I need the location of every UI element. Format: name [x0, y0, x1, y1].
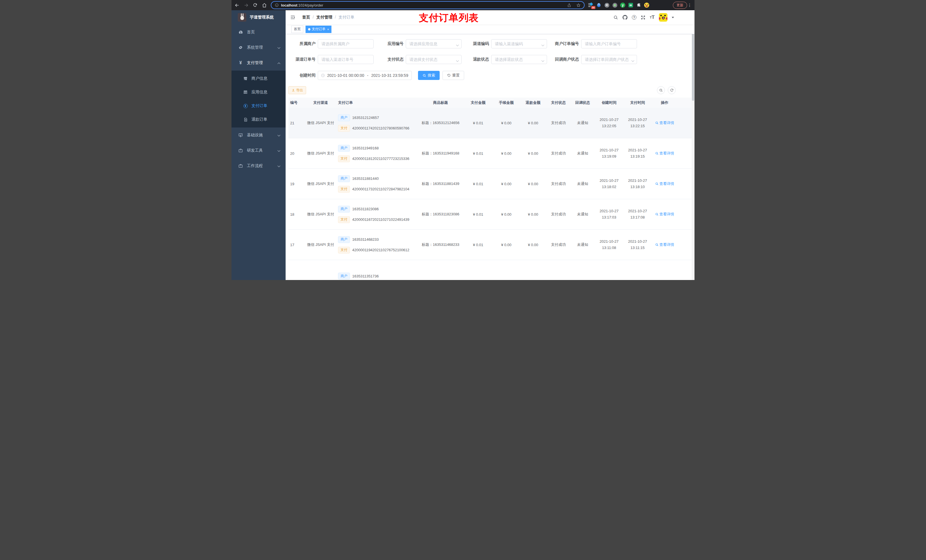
- merchant-order-no: 1635311468233: [352, 237, 379, 242]
- filter-channel-code: 渠道编码: [463, 39, 547, 48]
- search-button[interactable]: 搜索: [418, 71, 440, 80]
- notify-status-select[interactable]: [581, 55, 637, 64]
- sidebar-item-merchant-info[interactable]: 商户信息: [232, 72, 286, 85]
- pay-status-select[interactable]: [406, 55, 461, 64]
- pay-tag: 支付: [338, 125, 350, 132]
- scrollbar[interactable]: [691, 10, 694, 280]
- table-toolbar: 导出: [289, 86, 691, 94]
- address-bar[interactable]: localhost:1024/pay/order: [271, 1, 585, 9]
- merchant-order-no: 1635311881440: [352, 177, 379, 181]
- sidebar-item-app-info[interactable]: 应用信息: [232, 85, 286, 99]
- back-icon[interactable]: [233, 2, 241, 9]
- font-size-icon[interactable]: TT: [650, 15, 655, 20]
- channel-order-no-input[interactable]: [318, 55, 374, 64]
- extension-yudao-icon[interactable]: y: [620, 3, 625, 8]
- view-detail-link[interactable]: 查看详情: [655, 120, 674, 125]
- app-title: 芋道管理系统: [250, 15, 274, 20]
- github-icon[interactable]: [622, 15, 628, 20]
- sidebar-item-label: 应用信息: [251, 90, 267, 95]
- sidebar-item-label: 首页: [247, 30, 255, 35]
- tab-pay-order[interactable]: 支付订单 ×: [306, 26, 331, 33]
- forward-icon[interactable]: [242, 2, 250, 9]
- help-icon[interactable]: ?: [632, 15, 636, 20]
- sidebar-item-payment[interactable]: ¥ 支付管理: [232, 55, 286, 71]
- bookmark-star-icon[interactable]: [576, 3, 581, 8]
- breadcrumb-current: 支付订单: [339, 15, 354, 20]
- tab-close-icon[interactable]: ×: [327, 27, 329, 31]
- app-logo[interactable]: 芋道管理系统: [232, 10, 286, 24]
- reload-icon[interactable]: [251, 2, 259, 9]
- app-no-select[interactable]: [406, 39, 461, 48]
- filter-app-no: 应用编号: [374, 39, 461, 48]
- extension-chat-icon[interactable]: [628, 3, 633, 8]
- merchant-order-no-input[interactable]: [581, 39, 637, 48]
- browser-chrome: localhost:1024/pay/order 10 ⌘ y: [232, 0, 694, 10]
- site-info-icon[interactable]: [275, 3, 279, 7]
- search-icon[interactable]: [613, 15, 618, 20]
- gear-icon: [237, 45, 244, 50]
- sidebar-item-label: 支付管理: [247, 60, 263, 65]
- filter-row-3: 创建时间 2021-10-01 00:00:00 - 2021-10-31 23…: [289, 71, 691, 80]
- briefcase-icon: [237, 164, 244, 168]
- extension-boards-icon[interactable]: 10: [588, 3, 593, 8]
- browser-extensions: 10 ⌘ y: [588, 0, 649, 10]
- sidebar-item-infrastructure[interactable]: 基础设施: [232, 127, 286, 143]
- view-detail-link[interactable]: 查看详情: [655, 242, 674, 247]
- sidebar-item-refund-order[interactable]: 退款订单: [232, 113, 286, 126]
- merchant-tag: 商户: [338, 115, 350, 121]
- view-detail-link[interactable]: 查看详情: [655, 151, 674, 156]
- chevron-down-icon: [277, 133, 280, 137]
- sidebar-item-dev-tools[interactable]: 研发工具: [232, 143, 286, 158]
- dashboard-icon: [237, 30, 244, 35]
- extension-command-icon[interactable]: ⌘: [604, 3, 609, 8]
- shop-icon: [242, 76, 248, 81]
- breadcrumb-home[interactable]: 首页: [302, 15, 310, 20]
- sidebar-item-workflow[interactable]: 工作流程: [232, 158, 286, 174]
- create-time-range-picker[interactable]: 2021-10-01 00:00:00 - 2021-10-31 23:59:5…: [318, 71, 412, 80]
- filter-merchant-order-no: 商户订单编号: [548, 39, 637, 48]
- sidebar-item-system[interactable]: 系统管理: [232, 40, 286, 55]
- export-button[interactable]: 导出: [289, 86, 306, 94]
- avatar[interactable]: [659, 13, 667, 22]
- profile-avatar-icon[interactable]: [644, 3, 649, 8]
- view-detail-link[interactable]: 查看详情: [655, 212, 674, 217]
- fullscreen-icon[interactable]: [641, 15, 646, 20]
- filter-notify-status: 回调商户状态: [548, 55, 637, 64]
- tab-home[interactable]: 首页: [291, 26, 303, 33]
- merchant-order-no: 1635311949168: [352, 146, 379, 150]
- sidebar-item-home[interactable]: 首页: [232, 24, 286, 40]
- channel-code-select[interactable]: [491, 39, 547, 48]
- extension-balloon-icon[interactable]: [596, 3, 601, 8]
- yen-icon: ¥: [237, 60, 244, 65]
- table-row-partial: 商户1635311351736: [289, 260, 691, 280]
- extensions-puzzle-icon[interactable]: [636, 3, 641, 8]
- chrome-menu-icon[interactable]: ⋮: [688, 3, 691, 8]
- view-detail-link[interactable]: 查看详情: [655, 181, 674, 186]
- clock-icon: [321, 73, 325, 77]
- home-icon[interactable]: [260, 2, 268, 9]
- tags-view-bar: 首页 支付订单 ×: [286, 24, 694, 34]
- sidebar-item-label: 系统管理: [247, 45, 263, 50]
- merchant-tag: 商户: [338, 206, 350, 213]
- extension-recorder-icon[interactable]: [612, 3, 617, 8]
- extension-badge: 10: [591, 6, 595, 9]
- sidebar-item-label: 基础设施: [247, 133, 263, 138]
- pay-tag: 支付: [338, 247, 350, 254]
- sidebar-fold-icon[interactable]: [290, 15, 295, 21]
- share-icon[interactable]: [567, 3, 571, 8]
- active-dot: [308, 28, 310, 30]
- refund-status-select[interactable]: [491, 55, 547, 64]
- breadcrumb-pay[interactable]: 支付管理: [316, 15, 332, 20]
- date-start: 2021-10-01 00:00:00: [327, 73, 364, 78]
- reset-button[interactable]: 重置: [442, 71, 464, 80]
- chrome-update-button[interactable]: 更新: [673, 2, 687, 9]
- toggle-search-button[interactable]: [657, 86, 665, 94]
- pay-order-icon: ¥: [242, 104, 248, 108]
- channel-order-no: 4200001173202110272847982104: [352, 187, 410, 191]
- filter-row-2: 渠道订单号 支付状态 退款状态 回调商户状态: [289, 55, 691, 64]
- sidebar-item-pay-order[interactable]: ¥ 支付订单: [232, 99, 286, 113]
- avatar-caret-icon[interactable]: [672, 17, 674, 18]
- merchant-input[interactable]: [318, 39, 374, 48]
- refresh-button[interactable]: [668, 86, 676, 94]
- logo-image: [238, 13, 246, 22]
